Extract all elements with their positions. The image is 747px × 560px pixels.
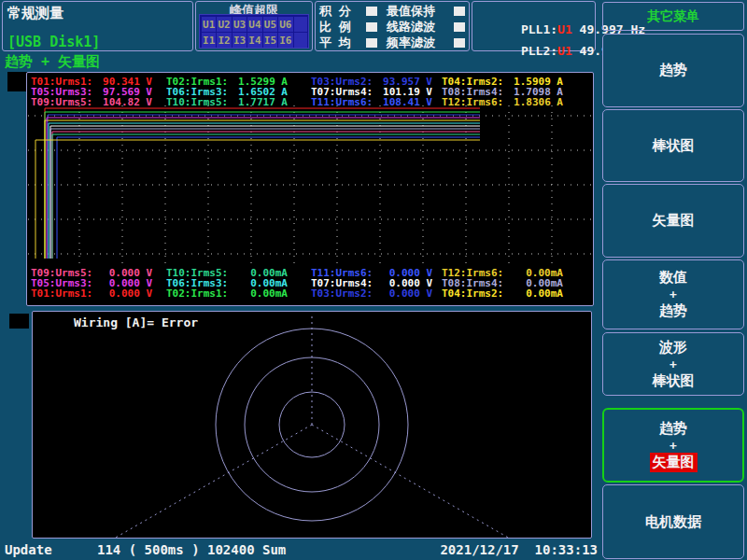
peak-cell-i3: I3 xyxy=(233,33,247,48)
peak-cell-u2: U2 xyxy=(217,17,231,32)
vector-axis-down-left xyxy=(77,425,312,538)
measurement-mode-box: 常规测量 [USB Disk1] xyxy=(2,1,193,51)
toggle-label-average: 平 均 xyxy=(319,35,360,51)
usb-disk-status: [USB Disk1] xyxy=(7,34,100,50)
sidebar-item-waveform-bar[interactable]: 波形+棒状图 xyxy=(602,332,744,396)
update-info: 114 ( 500ms ) 102400 Sum xyxy=(97,542,286,557)
trend-trace-t03 xyxy=(48,115,480,259)
peak-over-limit-box: 峰值超限 U1 U2 U3 U4 U5 U6 I1 I2 I3 I4 I5 I6 xyxy=(195,1,313,51)
peak-cell-u4: U4 xyxy=(247,17,261,32)
vector-panel-tab xyxy=(9,314,29,329)
plus-icon: + xyxy=(669,439,677,453)
selected-highlight-label: 矢量图 xyxy=(650,453,698,472)
peak-i-row: I1 I2 I3 I4 I5 I6 xyxy=(202,33,307,48)
trend-bottom-value-t04: T04:Irms2:0.00mA xyxy=(442,287,563,300)
toggle-label-ratio: 比 例 xyxy=(319,19,360,35)
peak-cell-u-spare xyxy=(294,17,308,32)
toggle-row-integration: 积 分 最值保持 xyxy=(319,4,465,19)
peak-cell-i-spare xyxy=(294,33,308,48)
peak-cell-u1: U1 xyxy=(202,17,216,32)
trend-bottom-value-t02: T02:Irms1:0.00mA xyxy=(166,287,288,300)
sidebar-header-other-menu[interactable]: 其它菜单 xyxy=(602,2,744,31)
mode-title: 常规测量 xyxy=(7,5,63,22)
trend-trace-t07 xyxy=(50,126,480,259)
sidebar-item-vector-graph[interactable]: 矢量图 xyxy=(602,184,744,258)
freq-filter-checkbox-icon xyxy=(366,38,377,48)
peak-cell-i2: I2 xyxy=(217,33,231,48)
measure-toggles-box: 积 分 最值保持 比 例 线路滤波 平 均 频率滤波 xyxy=(315,1,470,51)
toggle-label-line-filter: 线路滤波 xyxy=(387,19,448,35)
trend-trace-t01 xyxy=(45,108,480,259)
toggle-row-ratio: 比 例 线路滤波 xyxy=(319,20,465,35)
sidebar-item-motor-data[interactable]: 电机数据 xyxy=(602,484,744,559)
plus-icon: + xyxy=(669,287,677,301)
line-filter2-checkbox-icon xyxy=(454,22,465,32)
sidebar-item-trend[interactable]: 趋势 xyxy=(602,34,744,107)
trend-trace-t10 xyxy=(52,134,480,259)
trend-trace-t09 xyxy=(52,132,480,259)
sidebar-item-trend-vector-selected[interactable]: 趋势+矢量图 xyxy=(602,408,744,483)
sidebar-item-numeric-trend[interactable]: 数值+趋势 xyxy=(602,259,744,329)
pll2-source: U1 xyxy=(557,44,572,58)
trend-trace-t05 xyxy=(47,118,480,259)
pll2-label: PLL2: xyxy=(521,44,557,58)
trend-panel: T01:Urms1:90.341 V T02:Irms1:1.5299 A T0… xyxy=(26,72,594,306)
peak-cell-i4: I4 xyxy=(247,33,261,48)
max-hold-checkbox-icon xyxy=(454,7,465,16)
page-title: 趋势 + 矢量图 xyxy=(5,53,100,71)
toggle-label-max-hold: 最值保持 xyxy=(387,3,448,20)
trend-trace-t11 xyxy=(57,137,480,259)
line-filter-checkbox-icon xyxy=(366,22,377,32)
toggle-label-freq-filter: 频率滤波 xyxy=(387,35,448,51)
instrument-screen: 常规测量 [USB Disk1] 峰值超限 U1 U2 U3 U4 U5 U6 … xyxy=(0,0,747,560)
vector-panel: Wiring [A]= Error xyxy=(32,311,592,539)
update-label: Update xyxy=(5,542,52,557)
peak-u-row: U1 U2 U3 U4 U5 U6 xyxy=(202,17,307,32)
vector-diagram xyxy=(33,312,591,538)
sidebar-item-bar-graph[interactable]: 棒状图 xyxy=(602,109,744,182)
sidebar-header-label: 其它菜单 xyxy=(647,8,699,25)
pll-box: PLL1:U1 49.997 Hz PLL2:U1 49.997 Hz xyxy=(472,1,596,51)
trend-chart xyxy=(28,105,592,266)
trend-trace-t04 xyxy=(45,120,480,259)
toggle-label-integration: 积 分 xyxy=(319,3,360,20)
trend-bottom-value-t03: T03:Urms2:0.000 V xyxy=(311,287,432,300)
integration-checkbox-icon xyxy=(366,7,377,16)
peak-cell-u3: U3 xyxy=(233,17,247,32)
peak-channel-grid: U1 U2 U3 U4 U5 U6 I1 I2 I3 I4 I5 I6 xyxy=(199,14,309,49)
peak-cell-u6: U6 xyxy=(278,17,292,32)
trend-bottom-value-t01: T01:Urms1:0.000 V xyxy=(31,287,152,300)
peak-cell-i5: I5 xyxy=(263,33,277,48)
vector-axis-down-right xyxy=(312,425,547,538)
datetime-label: 2021/12/17 10:33:13 xyxy=(333,542,598,557)
peak-cell-i1: I1 xyxy=(202,33,216,48)
peak-cell-u5: U5 xyxy=(263,17,277,32)
freq-filter2-checkbox-icon xyxy=(454,38,465,48)
plus-icon: + xyxy=(669,357,677,371)
trend-trace-t06 xyxy=(49,123,480,259)
trend-trace-t12 xyxy=(35,140,480,259)
trend-trace-t08 xyxy=(50,129,480,259)
toggle-row-average: 平 均 频率滤波 xyxy=(319,35,465,50)
peak-cell-i6: I6 xyxy=(278,33,292,48)
